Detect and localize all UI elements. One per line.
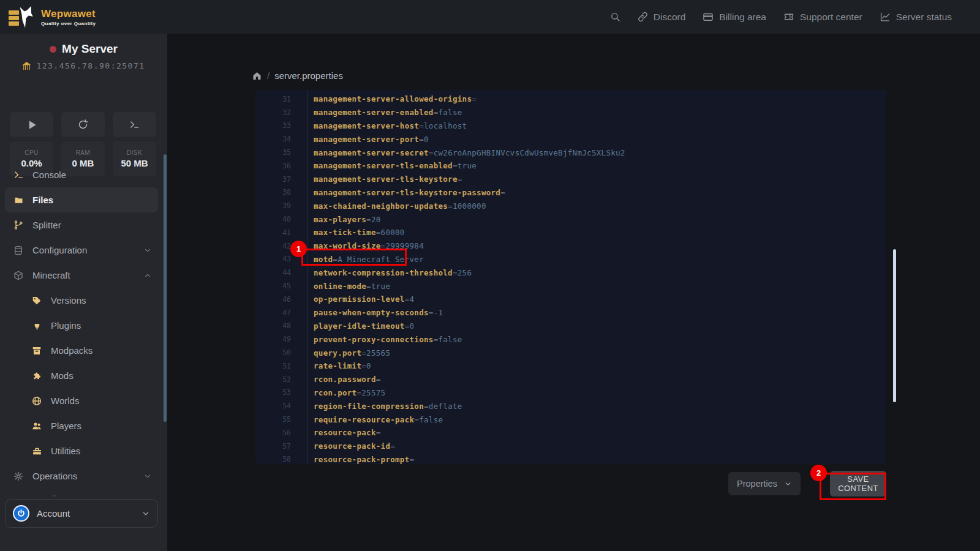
code-line-44[interactable]: 44network-compression-threshold=256 bbox=[255, 266, 886, 279]
editor-footer: Properties SAVE CONTENT bbox=[167, 468, 886, 499]
home-icon[interactable] bbox=[252, 71, 262, 81]
menu-overflow-hint bbox=[53, 495, 56, 497]
sidebar-item-versions[interactable]: Versions bbox=[5, 288, 158, 313]
sidebar-item-plugins[interactable]: Plugins bbox=[5, 313, 158, 338]
sidebar-item-console[interactable]: Console bbox=[5, 162, 158, 187]
sidebar-item-label: Mods bbox=[51, 370, 74, 381]
terminal-icon bbox=[129, 119, 140, 130]
code-line-35[interactable]: 35management-server-secret=cw26roAnpGHBI… bbox=[255, 146, 886, 159]
link-icon bbox=[638, 12, 648, 22]
code-line-37[interactable]: 37management-server-tls-keystore= bbox=[255, 173, 886, 186]
terminal-button[interactable] bbox=[113, 112, 156, 137]
code-line-38[interactable]: 38management-server-tls-keystore-passwor… bbox=[255, 186, 886, 200]
code-line-48[interactable]: 48player-idle-timeout=0 bbox=[255, 320, 886, 333]
start-button[interactable] bbox=[10, 112, 53, 137]
line-number: 43 bbox=[255, 255, 291, 263]
code-line-52[interactable]: 52rcon.password= bbox=[255, 373, 886, 386]
code-line-51[interactable]: 51rate-limit=0 bbox=[255, 359, 886, 373]
tags-icon bbox=[31, 296, 43, 305]
toolbox-icon bbox=[31, 446, 43, 456]
stat-label: CPU bbox=[24, 149, 39, 156]
nav-discord[interactable]: Discord bbox=[638, 12, 686, 23]
sidebar-item-label: Configuration bbox=[32, 245, 87, 255]
line-number: 51 bbox=[255, 362, 291, 370]
sidebar-item-label: Versions bbox=[51, 295, 86, 305]
code-line-56[interactable]: 56resource-pack= bbox=[255, 426, 886, 440]
nav-label: Server status bbox=[896, 12, 952, 23]
file-type-select[interactable]: Properties bbox=[728, 472, 801, 495]
sidebar: My Server 123.456.78.90:25071 CPU0.0%RAM… bbox=[0, 34, 167, 551]
users-icon bbox=[31, 421, 43, 431]
code-line-36[interactable]: 36management-server-tls-enabled=true bbox=[255, 159, 886, 173]
nav-label: Support center bbox=[800, 12, 862, 23]
sidebar-scrollbar[interactable] bbox=[164, 154, 167, 422]
sidebar-item-label: Files bbox=[32, 195, 53, 205]
chevron-down-icon bbox=[141, 509, 150, 518]
sidebar-item-modpacks[interactable]: Modpacks bbox=[5, 338, 158, 363]
credit-card-icon bbox=[703, 12, 714, 22]
jackal-head-icon bbox=[15, 5, 36, 31]
sidebar-item-splitter[interactable]: Splitter bbox=[5, 212, 158, 238]
terminal-icon bbox=[12, 170, 24, 180]
file-editor[interactable]: 31management-server-allowed-origins=32ma… bbox=[255, 90, 886, 464]
code-line-57[interactable]: 57resource-pack-id= bbox=[255, 440, 886, 453]
code-line-41[interactable]: 41max-tick-time=60000 bbox=[255, 226, 886, 239]
brand[interactable]: Wepwawet Quality over Quantity bbox=[0, 5, 96, 29]
code-line-53[interactable]: 53rcon.port=25575 bbox=[255, 386, 886, 400]
code-line-32[interactable]: 32management-server-enabled=false bbox=[255, 106, 886, 119]
chevron-down-icon bbox=[784, 480, 792, 488]
nav-status[interactable]: Server status bbox=[880, 12, 952, 23]
sidebar-item-players[interactable]: Players bbox=[5, 413, 158, 438]
code-line-46[interactable]: 46op-permission-level=4 bbox=[255, 293, 886, 306]
code-line-39[interactable]: 39max-chained-neighbor-updates=1000000 bbox=[255, 199, 886, 212]
stat-label: DISK bbox=[127, 149, 142, 156]
line-number: 38 bbox=[255, 188, 291, 197]
line-number: 45 bbox=[255, 282, 291, 290]
line-number: 57 bbox=[255, 442, 291, 451]
line-source: resource-pack= bbox=[291, 428, 381, 437]
account-menu[interactable]: Account bbox=[5, 499, 158, 528]
server-status-dot bbox=[50, 46, 56, 53]
nav-billing[interactable]: Billing area bbox=[703, 12, 766, 23]
line-number: 36 bbox=[255, 162, 291, 170]
sidebar-item-label: Minecraft bbox=[32, 270, 70, 280]
line-number: 56 bbox=[255, 429, 291, 437]
code-line-34[interactable]: 34management-server-port=0 bbox=[255, 132, 886, 146]
code-line-40[interactable]: 40max-players=20 bbox=[255, 212, 886, 226]
code-line-58[interactable]: 58resource-pack-prompt= bbox=[255, 453, 886, 464]
editor-gutter-rule bbox=[307, 90, 307, 464]
code-line-47[interactable]: 47pause-when-empty-seconds=-1 bbox=[255, 306, 886, 320]
line-number: 34 bbox=[255, 135, 291, 143]
line-source: max-chained-neighbor-updates=1000000 bbox=[291, 201, 486, 211]
sidebar-item-worlds[interactable]: Worlds bbox=[5, 388, 158, 413]
sidebar-item-label: Console bbox=[32, 170, 66, 180]
nav-search[interactable] bbox=[610, 12, 620, 22]
sidebar-item-mods[interactable]: Mods bbox=[5, 363, 158, 388]
sidebar-item-files[interactable]: Files bbox=[5, 187, 158, 212]
nav-support[interactable]: Support center bbox=[783, 12, 862, 23]
code-line-50[interactable]: 50query.port=25565 bbox=[255, 346, 886, 359]
code-line-33[interactable]: 33management-server-host=localhost bbox=[255, 119, 886, 133]
breadcrumb: / server.properties bbox=[252, 70, 343, 81]
line-number: 47 bbox=[255, 309, 291, 317]
server-header: My Server 123.456.78.90:25071 bbox=[0, 42, 167, 70]
sidebar-item-configuration[interactable]: Configuration bbox=[5, 238, 158, 263]
topbar: Wepwawet Quality over Quantity DiscordBi… bbox=[0, 0, 980, 34]
box-icon bbox=[31, 346, 43, 356]
code-line-49[interactable]: 49prevent-proxy-connections=false bbox=[255, 332, 886, 346]
sidebar-item-utilities[interactable]: Utilities bbox=[5, 438, 158, 463]
cube-icon bbox=[12, 271, 24, 280]
line-source: resource-pack-prompt= bbox=[291, 455, 414, 464]
line-number: 55 bbox=[255, 415, 291, 424]
annotation-box-motd bbox=[301, 249, 407, 266]
code-line-31[interactable]: 31management-server-allowed-origins= bbox=[255, 92, 886, 106]
line-source: max-tick-time=60000 bbox=[291, 228, 405, 237]
code-line-54[interactable]: 54region-file-compression=deflate bbox=[255, 399, 886, 413]
code-line-45[interactable]: 45online-mode=true bbox=[255, 279, 886, 293]
editor-scrollbar[interactable] bbox=[893, 249, 896, 402]
code-line-55[interactable]: 55require-resource-pack=false bbox=[255, 413, 886, 426]
sidebar-item-label: Operations bbox=[32, 471, 77, 481]
sidebar-item-minecraft[interactable]: Minecraft bbox=[5, 263, 158, 288]
restart-button[interactable] bbox=[61, 112, 105, 137]
sidebar-item-operations[interactable]: Operations bbox=[5, 463, 158, 489]
